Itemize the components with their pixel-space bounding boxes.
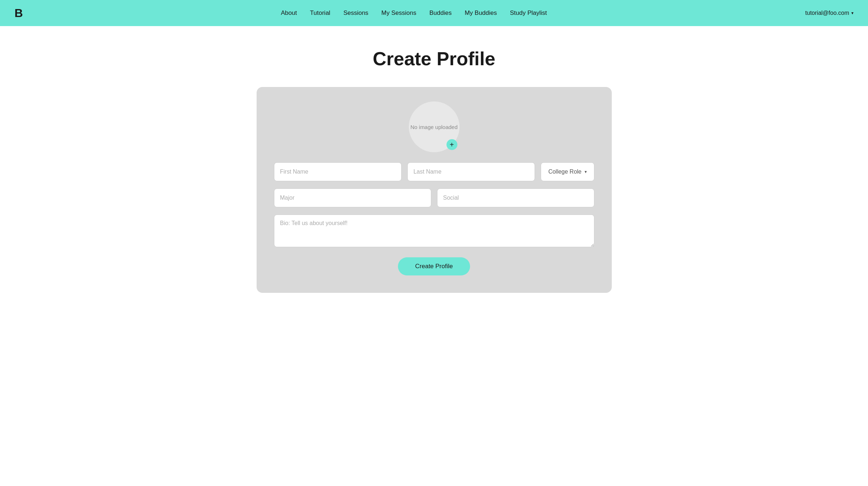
nav-link-sessions[interactable]: Sessions: [343, 9, 368, 16]
major-social-row: [274, 188, 594, 207]
user-menu[interactable]: tutorial@foo.com ▾: [805, 10, 854, 16]
name-row: College Role ▾: [274, 162, 594, 181]
college-role-dropdown[interactable]: College Role ▾: [541, 162, 594, 181]
college-role-label: College Role: [548, 169, 582, 175]
last-name-input[interactable]: [407, 162, 535, 181]
avatar-upload-button[interactable]: +: [447, 139, 457, 150]
nav-link-my-sessions[interactable]: My Sessions: [381, 9, 416, 16]
college-role-chevron: ▾: [585, 169, 587, 174]
profile-form-card: No image uploaded + College Role ▾ Creat…: [257, 87, 612, 293]
major-input[interactable]: [274, 188, 431, 207]
navbar: B About Tutorial Sessions My Sessions Bu…: [0, 0, 868, 26]
avatar-section: No image uploaded +: [409, 101, 460, 152]
user-menu-chevron: ▾: [851, 11, 854, 16]
no-image-text: No image uploaded: [410, 123, 457, 131]
brand-logo[interactable]: B: [14, 7, 22, 20]
nav-link-buddies[interactable]: Buddies: [429, 9, 452, 16]
page-title: Create Profile: [373, 48, 495, 70]
main-content: Create Profile No image uploaded + Colle…: [0, 26, 868, 315]
nav-link-study-playlist[interactable]: Study Playlist: [510, 9, 547, 16]
bio-textarea[interactable]: [274, 215, 594, 247]
nav-link-my-buddies[interactable]: My Buddies: [465, 9, 497, 16]
create-profile-button[interactable]: Create Profile: [398, 257, 470, 275]
nav-link-about[interactable]: About: [281, 9, 297, 16]
nav-links: About Tutorial Sessions My Sessions Budd…: [281, 9, 547, 17]
user-email: tutorial@foo.com: [805, 10, 849, 16]
nav-link-tutorial[interactable]: Tutorial: [310, 9, 330, 16]
social-input[interactable]: [437, 188, 594, 207]
first-name-input[interactable]: [274, 162, 402, 181]
